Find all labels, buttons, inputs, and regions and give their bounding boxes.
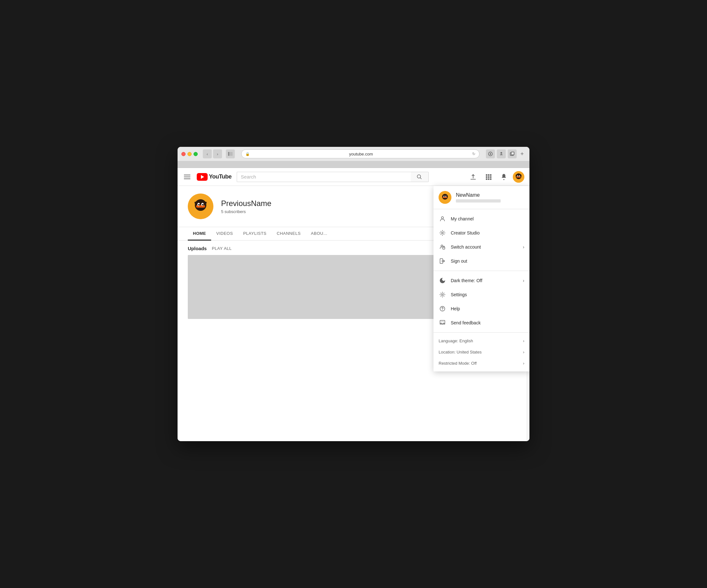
- svg-rect-40: [443, 247, 445, 249]
- location-arrow: ›: [523, 350, 524, 354]
- svg-point-22: [519, 176, 520, 176]
- svg-point-28: [198, 204, 200, 206]
- svg-rect-32: [443, 197, 447, 198]
- switch-account-arrow: ›: [523, 244, 524, 249]
- svg-point-29: [202, 204, 204, 206]
- dropdown-avatar: [439, 191, 451, 204]
- dropdown-help[interactable]: Help: [434, 302, 530, 316]
- svg-rect-0: [228, 152, 229, 156]
- svg-rect-25: [196, 205, 205, 208]
- traffic-lights: [181, 152, 198, 156]
- address-bar[interactable]: 🔒 youtube.com ↻: [241, 149, 479, 158]
- upload-button[interactable]: [467, 171, 479, 183]
- svg-point-15: [503, 179, 505, 180]
- svg-rect-4: [511, 152, 514, 155]
- search-input-wrap[interactable]: Search: [237, 172, 411, 182]
- youtube-header: YouTube Search: [177, 168, 530, 186]
- dropdown-send-feedback[interactable]: Send feedback: [434, 316, 530, 330]
- help-icon: [439, 305, 446, 313]
- apps-button[interactable]: [482, 171, 495, 183]
- restricted-mode-arrow: ›: [523, 361, 524, 366]
- creator-studio-icon: [439, 229, 446, 237]
- dropdown-language[interactable]: Language: English ›: [434, 335, 530, 346]
- svg-point-44: [442, 310, 443, 310]
- svg-point-42: [442, 294, 443, 296]
- dropdown-restricted-mode[interactable]: Restricted Mode: Off ›: [434, 358, 530, 369]
- channel-name: PreviousName: [221, 199, 454, 208]
- refresh-icon[interactable]: ↻: [472, 152, 475, 156]
- dropdown-dark-theme[interactable]: Dark theme: Off ›: [434, 274, 530, 287]
- url-text: youtube.com: [252, 152, 470, 157]
- close-button[interactable]: [181, 152, 186, 156]
- dropdown-location[interactable]: Location: United States ›: [434, 346, 530, 358]
- title-bar: ‹ › 🔒 youtube.com ↻: [177, 147, 530, 161]
- play-all-button[interactable]: PLAY ALL: [212, 246, 232, 251]
- location-label: Location: United States: [439, 350, 481, 354]
- dropdown-section-account: My channel Creator Studio: [434, 209, 530, 271]
- svg-point-38: [442, 232, 443, 234]
- tab-about[interactable]: ABOU...: [306, 227, 332, 241]
- dark-theme-label: Dark theme: Off: [451, 278, 518, 283]
- lock-icon: 🔒: [245, 152, 250, 156]
- minimize-button[interactable]: [188, 152, 192, 156]
- person-icon: [439, 215, 446, 223]
- content-area: YouTube Search: [177, 168, 530, 441]
- svg-rect-8: [490, 174, 492, 176]
- svg-rect-6: [486, 174, 487, 176]
- svg-rect-13: [488, 178, 490, 180]
- tab-videos[interactable]: VIDEOS: [211, 227, 238, 241]
- channel-info: PreviousName 5 subscribers: [221, 199, 454, 214]
- dropdown-section-settings: Dark theme: Off › Settings: [434, 271, 530, 333]
- toolbar-right: +: [486, 149, 526, 158]
- tab-bar: [177, 161, 530, 168]
- feedback-icon: [439, 319, 446, 326]
- dropdown-username: NewName: [456, 192, 524, 198]
- browser-window: ‹ › 🔒 youtube.com ↻: [177, 147, 530, 441]
- search-placeholder-text: Search: [241, 174, 256, 179]
- moon-icon: [439, 277, 446, 284]
- svg-rect-18: [516, 176, 521, 178]
- channel-avatar-image: [188, 194, 213, 219]
- dropdown-email-placeholder: [456, 199, 501, 203]
- channel-subscribers: 5 subscribers: [221, 209, 454, 214]
- settings-icon: [439, 291, 446, 299]
- switch-account-label: Switch account: [451, 244, 518, 249]
- svg-point-21: [517, 176, 518, 176]
- svg-rect-7: [488, 174, 490, 176]
- language-arrow: ›: [523, 339, 524, 343]
- tab-playlists[interactable]: PLAYLISTS: [238, 227, 272, 241]
- new-tab-button[interactable]: [508, 149, 517, 158]
- tab-channels[interactable]: CHANNELS: [272, 227, 306, 241]
- dropdown-sign-out[interactable]: Sign out: [434, 254, 530, 268]
- svg-rect-12: [486, 178, 487, 180]
- youtube-logo-text: YouTube: [209, 173, 232, 180]
- feedback-label: Send feedback: [451, 320, 524, 325]
- tab-home[interactable]: HOME: [188, 227, 211, 241]
- user-dropdown-menu: NewName My channel: [434, 186, 530, 372]
- dropdown-creator-studio[interactable]: Creator Studio: [434, 226, 530, 240]
- maximize-button[interactable]: [194, 152, 198, 156]
- svg-rect-10: [488, 176, 490, 178]
- download-button[interactable]: [486, 149, 495, 158]
- share-button[interactable]: [497, 149, 506, 158]
- dropdown-switch-account[interactable]: Switch account ›: [434, 240, 530, 254]
- header-right: [467, 171, 524, 183]
- my-channel-label: My channel: [451, 216, 524, 221]
- uploads-title: Uploads: [188, 246, 207, 251]
- svg-point-35: [444, 196, 444, 197]
- dropdown-settings[interactable]: Settings: [434, 287, 530, 302]
- user-avatar-button[interactable]: [513, 171, 524, 183]
- sign-out-label: Sign out: [451, 258, 524, 264]
- avatar-svg: [513, 171, 524, 183]
- notifications-button[interactable]: [498, 171, 510, 183]
- youtube-logo[interactable]: YouTube: [197, 173, 232, 181]
- hamburger-menu-button[interactable]: [183, 173, 192, 180]
- svg-rect-1: [230, 152, 233, 156]
- settings-label: Settings: [451, 292, 524, 297]
- back-button[interactable]: ‹: [203, 149, 212, 158]
- search-button[interactable]: [411, 172, 429, 182]
- add-tab-button[interactable]: +: [518, 150, 526, 158]
- forward-button[interactable]: ›: [213, 149, 222, 158]
- sidebar-toggle-button[interactable]: [226, 149, 235, 158]
- dropdown-my-channel[interactable]: My channel: [434, 212, 530, 226]
